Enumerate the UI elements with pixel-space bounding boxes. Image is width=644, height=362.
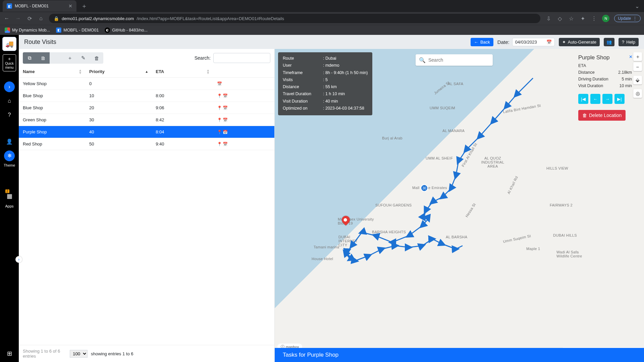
help-button[interactable]: ? Help	[619, 38, 639, 46]
auto-generate-button[interactable]: ✦ Auto-Generate	[559, 38, 600, 46]
info-row: ETA	[578, 62, 632, 69]
search-label: Search:	[195, 55, 211, 61]
compass-button[interactable]: ⬙	[633, 76, 642, 84]
page-topbar: Route Visits ← Back Date: 04/03/2023 📅 ✦…	[19, 35, 644, 49]
nav-prev-button[interactable]: ←	[590, 94, 600, 104]
cell-name: Yellow Shop	[19, 78, 85, 90]
install-app-icon[interactable]: ⇩	[545, 15, 552, 22]
map-search[interactable]: 🔍	[416, 54, 493, 66]
table-row[interactable]: Blue Shop108:00📍📅	[19, 90, 274, 102]
os-apps-icon[interactable]: ⊞	[7, 347, 12, 362]
extensions-icon[interactable]: ✦	[579, 15, 586, 22]
lock-icon: 🔒	[54, 16, 59, 21]
cell-name: Purple Shop	[19, 126, 85, 138]
expand-sidebar-button[interactable]: ›	[15, 256, 22, 263]
search-icon: 🔍	[419, 57, 426, 63]
sidebar-item[interactable]: ›	[4, 81, 15, 92]
table-row[interactable]: Yellow Shop0📅	[19, 78, 274, 90]
nav-last-button[interactable]: ▶|	[614, 94, 625, 104]
locate-button[interactable]: ◎	[633, 89, 642, 98]
tabs-overflow-icon[interactable]: ⌄	[635, 3, 644, 9]
pager-text-b: showing entries 1 to 6	[91, 351, 133, 356]
page-title: Route Visits	[24, 39, 56, 46]
quick-menu-button[interactable]: ＋ Quick menu	[3, 54, 16, 71]
delete-location-button[interactable]: 🗑 Delete Location	[578, 110, 626, 121]
help-icon: ?	[622, 40, 624, 45]
nav-next-button[interactable]: →	[602, 94, 612, 104]
bookmark-item[interactable]: ◧MOBFL - DEMO01	[56, 27, 99, 33]
sidebar-apps-icon[interactable]: 2 ▦	[4, 191, 15, 201]
zoom-in-button[interactable]: ＋	[633, 52, 642, 61]
cell-eta: 8:42	[152, 114, 213, 126]
table-row[interactable]: Red Shop509:40📍📅	[19, 138, 274, 150]
theme-label: Theme	[4, 163, 15, 167]
reload-icon[interactable]: ⟳	[26, 15, 33, 22]
cell-actions: 📅	[213, 78, 274, 90]
back-button[interactable]: ← Back	[471, 38, 493, 46]
cell-name: Blue Shop	[19, 90, 85, 102]
table-row[interactable]: Blue Shop209:06📍📅	[19, 102, 274, 114]
table-row[interactable]: Purple Shop408:04📍📅	[19, 126, 274, 138]
copy-button[interactable]: ⧉	[23, 52, 36, 64]
app-logo[interactable]: 🚚	[2, 37, 16, 51]
nav-forward-icon: →	[15, 15, 21, 21]
col-priority[interactable]: Priority▲	[85, 66, 152, 78]
cell-priority: 20	[85, 102, 152, 114]
map-panel[interactable]: AL SAFA UMM SUQEIM AL MANARA UMM AL SHEI…	[275, 49, 644, 362]
url-host: demo01.portal2.dynamicsmobile.com	[62, 16, 134, 21]
tasks-bar[interactable]: Tasks for Purple Shop	[275, 348, 644, 362]
page-size-select[interactable]: 100	[70, 350, 88, 358]
edit-button[interactable]: ✎	[76, 52, 90, 64]
zoom-out-button[interactable]: −	[633, 62, 642, 71]
calendar-icon: 📅	[546, 40, 552, 45]
nav-back-icon[interactable]: ←	[3, 15, 10, 21]
search-input[interactable]	[213, 53, 270, 63]
delete-button[interactable]: 🗑	[90, 52, 103, 64]
map-search-input[interactable]	[428, 57, 489, 63]
update-button[interactable]: Update⋮	[614, 15, 641, 22]
bookmark-item[interactable]: ◐GitHub - 8483/no...	[105, 27, 148, 33]
sidebar-user-icon[interactable]: 👤	[4, 136, 15, 147]
address-bar[interactable]: 🔒 demo01.portal2.dynamicsmobile.com/inde…	[49, 14, 540, 23]
export-button[interactable]: 🗎	[36, 52, 50, 64]
close-panel-button[interactable]: ✕	[629, 54, 633, 59]
tab-title: MOBFL - DEMO01	[15, 4, 49, 8]
new-tab-button[interactable]: ＋	[79, 2, 89, 10]
cell-eta	[152, 78, 213, 90]
cell-actions: 📍📅	[213, 90, 274, 102]
bookmark-item[interactable]: My Dynamics Mob...	[5, 27, 50, 33]
users-button[interactable]: 👥	[604, 38, 614, 46]
cell-eta: 8:04	[152, 126, 213, 138]
browser-tab[interactable]: ◧ MOBFL - DEMO01 ✕	[3, 0, 76, 12]
sidebar-help-icon[interactable]: ?	[4, 110, 15, 120]
date-input[interactable]: 04/03/2023 📅	[512, 38, 555, 46]
cell-actions: 📍📅	[213, 102, 274, 114]
cell-eta: 9:06	[152, 102, 213, 114]
col-name[interactable]: Name▲▼	[19, 66, 85, 78]
menu-icon[interactable]: ⋮	[591, 15, 597, 22]
wand-icon: ✦	[562, 40, 566, 45]
pager-text: Showing 1 to 6 of 6 entries	[23, 349, 60, 359]
cell-priority: 0	[85, 78, 152, 90]
add-button[interactable]: ＋	[63, 52, 76, 64]
app-sidebar: 🚚 ＋ Quick menu › ⌂ ? 👤 ❄ Theme 2 ▦ Apps …	[0, 35, 19, 362]
map-marker-badge[interactable]: 30	[421, 184, 428, 192]
sidebar-theme-icon[interactable]: ❄	[4, 150, 15, 161]
bookmark-page-icon[interactable]: ◇	[556, 15, 563, 22]
col-eta[interactable]: ETA▲▼	[152, 66, 213, 78]
profile-avatar[interactable]: N	[602, 15, 609, 22]
home-icon[interactable]: ⌂	[38, 15, 44, 21]
cell-eta: 8:00	[152, 90, 213, 102]
cell-eta: 9:40	[152, 138, 213, 150]
nav-first-button[interactable]: |◀	[578, 94, 588, 104]
visits-panel: ⧉ 🗎 ＋ ✎ 🗑 Search: Name▲▼ Priority▲	[19, 49, 275, 362]
location-info-panel: ✕ Purple Shop ETADistance2.18kmDriving D…	[578, 54, 632, 121]
table-row[interactable]: Green Shop308:42📍📅	[19, 114, 274, 126]
star-icon[interactable]: ☆	[568, 15, 575, 22]
users-icon: 👥	[606, 40, 612, 45]
close-icon[interactable]: ✕	[68, 3, 72, 9]
info-row: Driving Duration5 min	[578, 76, 632, 82]
cell-priority: 30	[85, 114, 152, 126]
bookmarks-bar: My Dynamics Mob... ◧MOBFL - DEMO01 ◐GitH…	[0, 25, 644, 35]
sidebar-home-icon[interactable]: ⌂	[4, 96, 15, 106]
